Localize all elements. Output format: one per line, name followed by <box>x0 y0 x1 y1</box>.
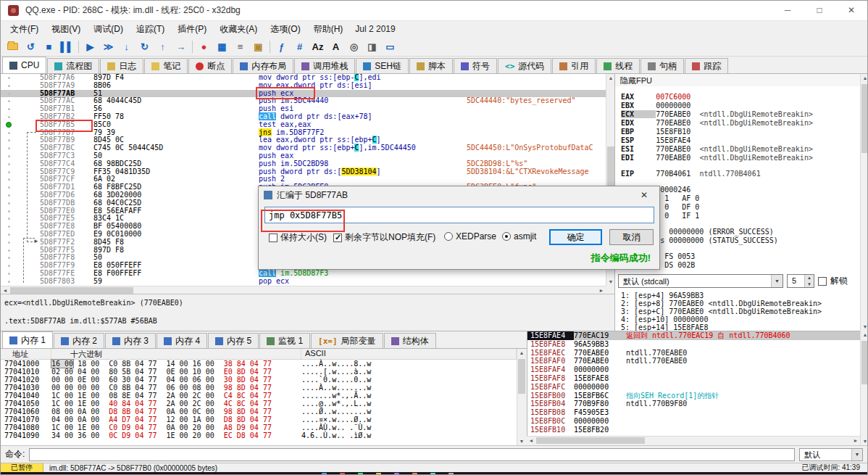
restart-button[interactable]: ↺ <box>22 38 40 55</box>
register-line[interactable]: ECX 770EABE0 <ntdll.DbgUiRemoteBreakin> <box>615 110 860 119</box>
scroll-left-arrow[interactable]: ◄ <box>527 437 535 445</box>
minimize-button[interactable]: ─ <box>772 1 804 20</box>
tab-dump-3[interactable]: 内存 3 <box>105 333 156 348</box>
dump-vscroll-thumb[interactable] <box>518 359 525 394</box>
tab-log[interactable]: 日志 <box>100 58 143 73</box>
stack-hscrollbar[interactable]: ◄ ► <box>527 436 860 445</box>
register-line[interactable]: ESI 770EABE0 <ntdll.DbgUiRemoteBreakin> <box>615 145 860 154</box>
maximize-button[interactable]: □ <box>804 1 835 20</box>
registers-vscrollbar[interactable]: ▲ ▼ <box>860 74 868 331</box>
cancel-button[interactable]: 取消 <box>609 229 654 245</box>
xedparse-option[interactable]: XEDParse <box>444 231 496 241</box>
menu-help[interactable]: 帮助(H) <box>307 21 350 38</box>
stack-row[interactable]: 15E8FB0015E8FB6C指向SEH_Record[1]的指针 <box>527 392 860 400</box>
stepper-down-icon[interactable]: ▼ <box>805 281 814 288</box>
close-button[interactable]: ✕ <box>835 1 867 20</box>
tab-trace[interactable]: 跟踪 <box>685 58 728 73</box>
menu-debug[interactable]: 调试(D) <box>87 21 130 38</box>
register-line[interactable]: EDX 770EABE0 <ntdll.DbgUiRemoteBreakin> <box>615 119 860 128</box>
terminal-button[interactable]: ▭ <box>381 38 399 55</box>
ok-button[interactable]: 确定 <box>549 229 602 245</box>
dialog-close-icon[interactable]: ✕ <box>634 190 654 200</box>
tab-watch-1[interactable]: 监视 1 <box>259 333 310 348</box>
menu-plugins[interactable]: 插件(P) <box>171 21 213 38</box>
pause-button[interactable]: ▌▌ <box>58 38 76 55</box>
stack-row[interactable]: 15E8FB08F45905E3 <box>527 408 860 417</box>
dump-row[interactable]: 7704100016 00 18 00C0 8B 04 7714 00 16 0… <box>1 360 517 368</box>
stop-button[interactable]: ■ <box>40 38 58 55</box>
dump-row[interactable]: 7704107004 00 0A 00A4 D7 04 7712 00 1A 0… <box>1 416 517 424</box>
hash-button[interactable]: # <box>291 38 309 55</box>
chevron-down-icon[interactable]: ▼ <box>771 275 783 287</box>
registers-vscroll-thumb[interactable] <box>861 84 868 153</box>
dump-row[interactable]: 770410401C 00 1E 0008 8E 04 772A 00 2C 0… <box>1 392 517 400</box>
calling-convention-select[interactable]: 默认 (stdcall) ▼ <box>618 274 783 288</box>
tab-graph[interactable]: 流程图 <box>47 58 99 73</box>
tab-struct[interactable]: 结构体 <box>384 333 436 348</box>
disasm-row[interactable]: 5D8F77A98B06mov eax,dword ptr ds:[esi] <box>1 82 606 90</box>
stack-row[interactable]: 15E8FB0C00000000 <box>527 417 860 426</box>
stack-row[interactable]: 15E8FAEC770EABE0ntdll.770EABE0 <box>527 349 860 358</box>
step-over-button[interactable]: ↻ <box>135 38 154 55</box>
tab-symbols[interactable]: 符号 <box>454 58 497 73</box>
dump-row[interactable]: 7704102000 00 0E 0060 30 04 7704 00 06 0… <box>1 376 517 384</box>
highlight-button[interactable]: A <box>327 38 345 55</box>
dump-row[interactable]: 7704109034 00 36 000C D9 04 771E 00 20 0… <box>1 431 517 439</box>
notes-button[interactable]: ▣ <box>249 38 267 55</box>
asmjit-option[interactable]: asmjit <box>502 231 536 241</box>
run-button[interactable]: ▶ <box>81 38 99 55</box>
chevron-down-icon[interactable]: ▼ <box>851 449 862 460</box>
stack-row[interactable]: 15E8FAF0770EABE0ntdll.770EABE0 <box>527 357 860 365</box>
tab-references[interactable]: 引用 <box>552 58 596 73</box>
tab-source-code[interactable]: <>源代码 <box>498 58 551 73</box>
animate-button[interactable]: ≫ <box>99 38 117 55</box>
tab-threads[interactable]: 线程 <box>596 58 640 73</box>
memory-map-button[interactable]: ▦ <box>213 38 231 55</box>
register-line[interactable]: ESP 15E8FAE4 <box>615 136 860 145</box>
scroll-down-arrow[interactable]: ▼ <box>861 323 868 331</box>
dialog-title-bar[interactable]: 汇编于 5D8F77AB ✕ <box>259 186 659 204</box>
open-file-button[interactable] <box>4 38 22 55</box>
stack-vscrollbar[interactable]: ▲ ▼ <box>860 331 868 445</box>
disasm-row[interactable]: 5D8F77BCC745 0C 5044C45Dmov dword ptr ss… <box>1 144 606 152</box>
scroll-up-arrow[interactable]: ▲ <box>861 331 868 339</box>
menu-options[interactable]: 选项(O) <box>264 21 306 38</box>
scroll-right-arrow[interactable]: ► <box>851 437 860 445</box>
keep-size-option[interactable]: 保持大小(S) <box>269 231 327 244</box>
xedparse-radio[interactable] <box>444 232 453 241</box>
disasm-hscrollbar[interactable]: ◄ ► <box>1 286 606 294</box>
tab-notes[interactable]: 笔记 <box>144 58 188 73</box>
menu-file[interactable]: 文件(F) <box>4 21 45 38</box>
dump-row[interactable]: 7704103000 00 00 00C0 8B 04 7706 00 08 0… <box>1 384 517 392</box>
stack-row[interactable]: 15E8FAF400000000 <box>527 365 860 374</box>
tab-dump-4[interactable]: 内存 4 <box>157 333 207 348</box>
run-to-user-code-button[interactable]: → <box>172 38 190 55</box>
stepper-up-icon[interactable]: ▲ <box>805 275 814 281</box>
dump-row[interactable]: 7704101002 00 04 0080 5B 04 770E 00 10 0… <box>1 368 517 376</box>
functions-button[interactable]: ƒ <box>272 38 291 55</box>
menu-view[interactable]: 视图(V) <box>45 21 87 38</box>
strings-button[interactable]: Az <box>309 38 327 55</box>
scroll-up-arrow[interactable]: ▲ <box>517 349 526 357</box>
register-line[interactable]: EBP 15E8FB10 <box>615 128 860 136</box>
disasm-hscroll-thumb[interactable] <box>10 287 133 294</box>
dump-row[interactable]: 770410801C 00 1E 00C0 D9 04 770A 00 20 0… <box>1 424 517 431</box>
tab-locals[interactable]: [x=]局部变量 <box>311 333 383 348</box>
dump-vscrollbar[interactable]: ▲ ▼ <box>517 349 525 445</box>
settings-button[interactable]: ◨ <box>363 38 381 55</box>
stack-vscroll-thumb[interactable] <box>861 341 868 384</box>
scroll-up-arrow[interactable]: ▲ <box>861 74 868 82</box>
dump-row[interactable]: 7704106008 00 0A 00D8 8B 04 770A 00 0C 0… <box>1 408 517 416</box>
tab-seh-chain[interactable]: SEH链 <box>356 58 409 73</box>
arg-count-stepper[interactable]: 5 ▲▼ <box>787 274 814 288</box>
register-line[interactable]: EDI 770EABE0 <ntdll.DbgUiRemoteBreakin> <box>615 154 860 162</box>
command-input[interactable] <box>29 448 795 461</box>
tab-dump-5[interactable]: 内存 5 <box>208 333 259 348</box>
tab-cpu[interactable]: CPU <box>2 57 46 73</box>
stack-row[interactable]: 15E8FAFC00000000 <box>527 383 860 392</box>
breakpoint-dot[interactable] <box>6 122 12 128</box>
stack-row[interactable]: 15E8FB1015E8FB20 <box>527 426 860 434</box>
nop-fill-option[interactable]: 剩余字节以NOP填充(F) <box>333 231 435 244</box>
unlock-checkbox[interactable] <box>818 277 827 286</box>
call-stack-button[interactable]: ≡ <box>231 38 249 55</box>
